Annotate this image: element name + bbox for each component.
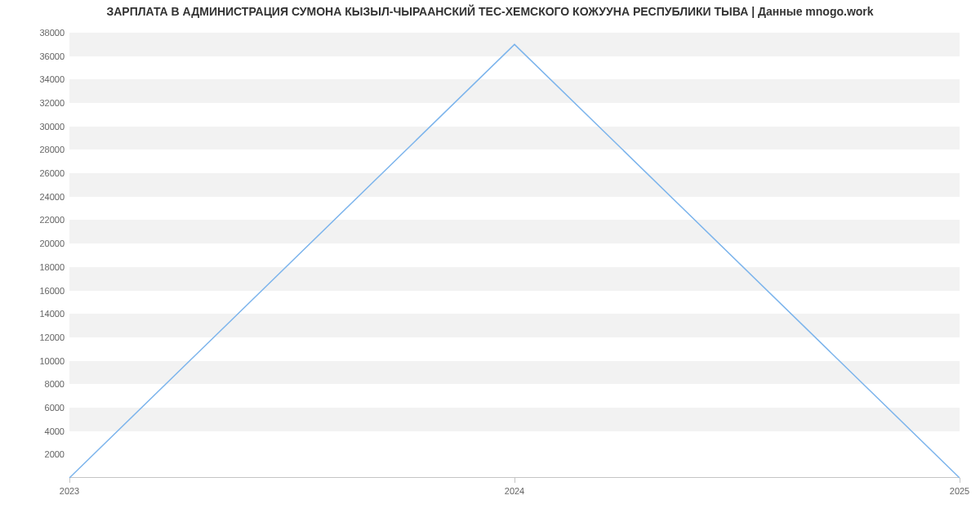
x-tick bbox=[960, 478, 960, 483]
y-tick-label: 10000 bbox=[6, 356, 65, 366]
y-tick-label: 2000 bbox=[6, 449, 65, 459]
x-tick-label: 2023 bbox=[60, 486, 79, 496]
x-tick-label: 2024 bbox=[505, 486, 524, 496]
y-tick-label: 12000 bbox=[6, 332, 65, 342]
y-tick-label: 14000 bbox=[6, 309, 65, 319]
series-line bbox=[69, 44, 960, 478]
y-tick-label: 32000 bbox=[6, 98, 65, 108]
y-tick-label: 22000 bbox=[6, 215, 65, 225]
x-tick bbox=[514, 478, 515, 483]
x-tick-label: 2025 bbox=[950, 486, 969, 496]
y-tick-label: 26000 bbox=[6, 168, 65, 178]
y-tick-label: 20000 bbox=[6, 239, 65, 248]
y-tick-label: 8000 bbox=[6, 379, 65, 389]
y-tick-label: 38000 bbox=[6, 28, 65, 38]
y-tick-label: 34000 bbox=[6, 74, 65, 84]
y-tick-label: 16000 bbox=[6, 286, 65, 296]
y-tick-label: 36000 bbox=[6, 51, 65, 61]
x-tick bbox=[69, 478, 70, 483]
y-tick-label: 6000 bbox=[6, 403, 65, 413]
y-tick-label: 24000 bbox=[6, 192, 65, 202]
plot-area bbox=[69, 33, 960, 478]
y-tick-label: 28000 bbox=[6, 145, 65, 154]
chart-title: ЗАРПЛАТА В АДМИНИСТРАЦИЯ СУМОНА КЫЗЫЛ-ЧЫ… bbox=[0, 5, 980, 18]
y-tick-label: 4000 bbox=[6, 426, 65, 436]
y-tick-label: 18000 bbox=[6, 262, 65, 272]
line-series bbox=[69, 33, 960, 478]
salary-line-chart: ЗАРПЛАТА В АДМИНИСТРАЦИЯ СУМОНА КЫЗЫЛ-ЧЫ… bbox=[0, 0, 980, 531]
y-tick-label: 30000 bbox=[6, 122, 65, 132]
